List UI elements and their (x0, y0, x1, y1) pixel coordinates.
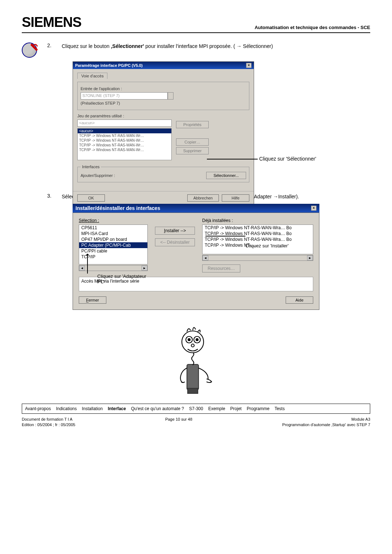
paramset-listbox[interactable]: <aucun> TCP/IP -> Windows NT-RAS-WAN-Wr…… (77, 128, 172, 160)
tab-access-path[interactable]: Voie d'accès (77, 73, 107, 79)
list-item[interactable]: TCP/IP -> Windows NT-RAS-WAN-Wr… (78, 143, 171, 147)
footer-nav: Avant-propos Indications Installation In… (22, 404, 370, 414)
delete-button[interactable]: Supprimer (176, 147, 209, 154)
nav-installation[interactable]: Installation (82, 406, 103, 411)
cartoon-mascot (22, 317, 370, 397)
select-button[interactable]: Sélectionner... (206, 172, 246, 179)
arrow-right-icon[interactable]: ► (142, 266, 147, 271)
selection-scrollbar[interactable]: ◄ ► (79, 265, 148, 271)
nav-avant-propos[interactable]: Avant-propos (25, 406, 51, 411)
list-item[interactable]: TCP/IP -> Windows NT-RAS-WAN-Wra… Bo (203, 225, 313, 231)
interfaces-legend: Interfaces (81, 165, 101, 169)
list-item[interactable]: PC/PPI cable (79, 248, 147, 254)
desinstaller-button[interactable]: <-- Désinstaller (155, 238, 195, 246)
application-group: Entrée de l'application : S7ONLINE (STEP… (77, 82, 249, 110)
callout-installer: Cliquez sur 'Installer' (245, 243, 289, 248)
arrow-left-icon[interactable]: ◄ (79, 266, 85, 271)
list-item[interactable]: TCP/IP -> Windows NT-RAS-WAN-Wra… Bo (203, 236, 313, 242)
step-2-text: Cliquez sur le bouton ‚Sélectionner' pou… (62, 42, 370, 50)
nav-automate[interactable]: Qu'est ce qu'un automate ? (131, 406, 184, 411)
nav-programme[interactable]: Programme (247, 406, 270, 411)
list-item[interactable]: CP5611 (79, 225, 147, 231)
fermer-button[interactable]: Fermer (79, 296, 106, 304)
siemens-logo: SIEMENS (22, 15, 81, 30)
list-item[interactable]: TCP/IP -> Windows NT-RAS-WAN-Wr… (78, 147, 171, 152)
app-entry-field[interactable]: S7ONLINE (STEP 7) (81, 92, 168, 100)
svg-point-4 (188, 339, 190, 341)
footer-edition: Edition : 05/2004 ; fr : 05/2005 (22, 422, 75, 427)
svg-point-6 (196, 339, 198, 341)
footer-subtitle: Programmation d'automate ‚Startup' avec … (282, 422, 370, 427)
installed-label: Déjà installées : (202, 218, 313, 223)
selection-listbox[interactable]: CP5611 MPI-ISA Card OP47 MPI/DP on board… (79, 225, 148, 264)
selection-label: Sélection : (79, 218, 148, 223)
aide-button[interactable]: Aide (286, 296, 313, 304)
nav-exemple[interactable]: Exemple (208, 406, 225, 411)
nav-s7-300[interactable]: S7-300 (189, 406, 203, 411)
paramset-field[interactable]: <aucun> (77, 120, 172, 127)
footer-doc-title: Document de formation T I A (22, 417, 75, 422)
header-title: Automatisation et technique des commande… (254, 25, 370, 30)
preselection-label: (Présélection STEP 7) (81, 101, 246, 105)
svg-rect-0 (187, 364, 199, 390)
ok-button[interactable]: OK (77, 194, 105, 202)
callout-selectionner: Cliquez sur 'Sélectionner' (259, 156, 316, 162)
help-button[interactable]: Hilfe (222, 194, 249, 202)
step-2-number: 2. (47, 42, 62, 48)
install-dialog: Installer/désinstaller des interfaces × … (73, 204, 319, 310)
arrow-right-icon[interactable]: ► (307, 255, 313, 260)
copy-button[interactable]: Copier… (176, 138, 209, 146)
page-header: SIEMENS Automatisation et technique des … (22, 15, 370, 33)
close-icon[interactable]: × (246, 63, 252, 68)
list-item[interactable]: MPI-ISA Card (79, 231, 147, 236)
list-item[interactable]: OP47 MPI/DP on board (79, 236, 147, 242)
interfaces-group: Interfaces Ajouter/Supprimer : Sélection… (77, 165, 249, 182)
arrow-left-icon[interactable]: ◄ (203, 255, 208, 260)
paramset-label: Jeu de paramètres utilisé : (77, 114, 249, 118)
app-entry-label: Entrée de l'application : (81, 86, 246, 91)
installed-scrollbar[interactable]: ◄ ► (202, 255, 313, 261)
nav-interface[interactable]: Interface (108, 406, 126, 411)
nav-projet[interactable]: Projet (230, 406, 241, 411)
list-item[interactable]: <aucun> (78, 129, 171, 133)
resources-button[interactable]: Ressources… (202, 264, 240, 272)
svg-point-2 (182, 331, 204, 353)
pgpc-dialog-title: Paramétrage interface PG/PC (V5.0) (75, 63, 143, 68)
installer-button[interactable]: IInstaller -->nstaller --> (155, 227, 195, 235)
close-icon[interactable]: × (311, 206, 317, 211)
installed-listbox[interactable]: TCP/IP -> Windows NT-RAS-WAN-Wra… Bo TCP… (202, 225, 313, 254)
step-3-number: 3. (47, 192, 62, 199)
wrench-icon (22, 43, 37, 58)
step-2: 2. Cliquez sur le bouton ‚Sélectionner' … (22, 42, 370, 58)
pgpc-dialog: Paramétrage interface PG/PC (V5.0) × Voi… (73, 61, 254, 205)
page-footer: Document de formation T I A Edition : 05… (22, 417, 370, 427)
svg-rect-1 (188, 388, 198, 393)
list-item[interactable]: TCP/IP -> Windows NT-RAS-WAN-Wr… (78, 138, 171, 143)
list-item[interactable]: TCP/IP -> Windows NT-RAS-WAN-Wr… (78, 133, 171, 138)
callout-line (87, 255, 88, 274)
callout-line (207, 159, 258, 159)
chevron-down-icon[interactable] (168, 92, 173, 100)
addremove-label: Ajouter/Supprimer : (81, 173, 115, 178)
mascot-icon (165, 317, 227, 397)
cancel-button[interactable]: Abbrechen (187, 194, 219, 202)
callout-line (205, 236, 245, 236)
list-item[interactable]: PC Adapter (PC/MPI-Cab (79, 242, 147, 248)
list-item[interactable]: TCP/IP (79, 254, 147, 260)
footer-page-number: Page 10 sur 48 (165, 417, 192, 422)
callout-adaptateur-pc: Cliquez sur 'Adaptateur PC' (97, 274, 148, 284)
nav-indications[interactable]: Indications (56, 406, 77, 411)
footer-module: Module A3 (282, 417, 370, 422)
properties-button[interactable]: Propriétés (176, 121, 209, 128)
nav-tests[interactable]: Tests (274, 406, 285, 411)
install-dialog-title: Installer/désinstaller des interfaces (75, 205, 160, 211)
